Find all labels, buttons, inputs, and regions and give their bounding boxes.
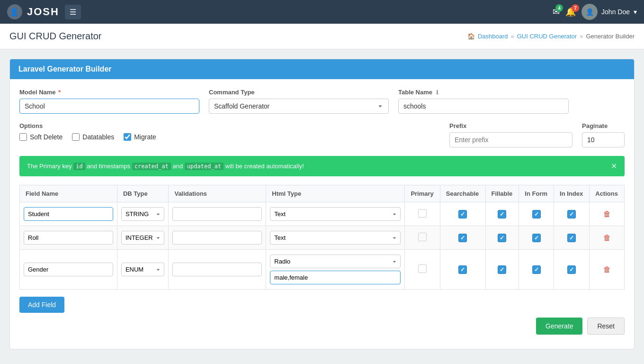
searchable-checkbox[interactable] — [458, 234, 467, 242]
db-type-select[interactable]: STRING INTEGER TEXT ENUM — [121, 263, 165, 276]
alert-close-button[interactable]: ✕ — [611, 162, 617, 171]
html-type-select[interactable]: Text Textarea Select Radio — [270, 207, 401, 221]
alert-code-id: id — [73, 163, 85, 170]
breadcrumb-dashboard[interactable]: Dashboard — [478, 33, 508, 40]
fillable-cell — [485, 226, 519, 250]
db-type-cell: STRING INTEGER TEXT ENUM — [117, 250, 169, 290]
fillable-cell — [485, 250, 519, 290]
prefix-input[interactable] — [449, 132, 572, 147]
field-name-input[interactable] — [24, 207, 113, 221]
primary-checkbox[interactable] — [418, 209, 427, 218]
brand: 👤 JOSH — [7, 4, 59, 19]
delete-row-button[interactable]: 🗑 — [603, 210, 611, 218]
primary-checkbox[interactable] — [418, 264, 427, 273]
datatables-checkbox-item[interactable]: Datatables — [72, 133, 114, 141]
required-asterisk: * — [58, 89, 61, 96]
navbar: 👤 JOSH ☰ ✉ 4 🔔 7 👤 John Doe ▾ — [0, 0, 644, 24]
datatables-checkbox[interactable] — [72, 133, 80, 141]
soft-delete-checkbox-item[interactable]: Soft Delete — [19, 133, 63, 141]
main-content: Laravel Generator Builder Model Name * C… — [0, 49, 644, 364]
html-type-cell: Text Textarea Select Radio — [266, 202, 405, 226]
in-form-checkbox[interactable] — [532, 210, 541, 218]
paginate-label: Paginate — [582, 122, 625, 129]
actions-cell: 🗑 — [590, 202, 625, 226]
enum-values-input[interactable] — [270, 271, 401, 284]
field-name-input[interactable] — [24, 263, 113, 276]
options-label: Options — [19, 122, 159, 129]
breadcrumb-sep-2: » — [580, 33, 583, 40]
db-type-select[interactable]: STRING INTEGER TEXT ENUM — [121, 207, 165, 221]
user-name: John Doe — [601, 8, 630, 16]
validations-input[interactable] — [172, 207, 262, 221]
migrate-checkbox-item[interactable]: Migrate — [124, 133, 156, 141]
table-row: STRING INTEGER TEXT ENUM Text — [20, 250, 625, 290]
field-name-cell — [20, 202, 117, 226]
command-type-group: Command Type Scaffold Generator CRUD Gen… — [209, 89, 389, 114]
primary-cell — [405, 226, 440, 250]
model-name-label: Model Name * — [19, 89, 199, 96]
options-section: Options Soft Delete Datatables Migrat — [19, 122, 166, 141]
breadcrumb: 🏠 Dashboard » GUI CRUD Generator » Gener… — [467, 33, 635, 40]
field-name-cell — [20, 226, 117, 250]
in-index-checkbox[interactable] — [567, 234, 576, 242]
fillable-checkbox[interactable] — [498, 234, 506, 242]
reset-button[interactable]: Reset — [587, 318, 625, 335]
col-html-type: Html Type — [266, 185, 405, 202]
alert-text: The Primary key id and timestamps create… — [27, 163, 304, 170]
col-db-type: DB Type — [117, 185, 169, 202]
add-field-button[interactable]: Add Field — [19, 297, 64, 313]
breadcrumb-sep-1: » — [510, 33, 514, 40]
fillable-checkbox[interactable] — [498, 265, 506, 274]
navbar-right: ✉ 4 🔔 7 👤 John Doe ▾ — [553, 4, 637, 20]
migrate-checkbox[interactable] — [124, 133, 131, 141]
field-name-cell — [20, 250, 117, 290]
delete-row-button[interactable]: 🗑 — [603, 265, 611, 274]
migrate-label: Migrate — [134, 133, 156, 141]
db-type-cell: STRING INTEGER TEXT ENUM — [117, 202, 169, 226]
command-type-select[interactable]: Scaffold Generator CRUD Generator API Ge… — [209, 99, 389, 114]
card-header: Laravel Generator Builder — [10, 59, 634, 79]
db-type-cell: STRING INTEGER TEXT ENUM — [117, 226, 169, 250]
actions-cell: 🗑 — [590, 226, 625, 250]
table-name-input[interactable] — [398, 99, 569, 114]
in-form-checkbox[interactable] — [532, 265, 541, 274]
generator-card: Laravel Generator Builder Model Name * C… — [9, 59, 635, 349]
user-menu[interactable]: 👤 John Doe ▾ — [581, 4, 637, 20]
paginate-input[interactable] — [582, 132, 625, 147]
field-name-input[interactable] — [24, 231, 113, 245]
breadcrumb-gui-crud[interactable]: GUI CRUD Generator — [517, 33, 577, 40]
db-type-select[interactable]: STRING INTEGER TEXT ENUM — [121, 231, 165, 245]
delete-row-button[interactable]: 🗑 — [603, 234, 611, 242]
page-title: GUI CRUD Generator — [9, 31, 102, 42]
mail-notification-button[interactable]: ✉ 4 — [553, 7, 560, 17]
in-form-cell — [519, 250, 554, 290]
searchable-checkbox[interactable] — [458, 210, 467, 218]
generate-button[interactable]: Generate — [536, 318, 582, 335]
in-form-cell — [519, 226, 554, 250]
validations-cell — [169, 202, 266, 226]
in-index-cell — [554, 250, 590, 290]
bell-badge: 7 — [572, 4, 579, 12]
col-actions: Actions — [590, 185, 625, 202]
nav-toggle-button[interactable]: ☰ — [65, 5, 81, 19]
user-dropdown-icon: ▾ — [634, 8, 637, 16]
model-name-input[interactable] — [19, 99, 199, 114]
validations-input[interactable] — [172, 231, 262, 245]
avatar: 👤 — [581, 4, 598, 20]
fillable-checkbox[interactable] — [498, 210, 506, 218]
bell-notification-button[interactable]: 🔔 7 — [565, 7, 576, 17]
soft-delete-checkbox[interactable] — [19, 133, 27, 141]
searchable-checkbox[interactable] — [458, 265, 467, 274]
table-header-row: Field Name DB Type Validations Html Type… — [20, 185, 625, 202]
in-index-cell — [554, 202, 590, 226]
in-index-checkbox[interactable] — [567, 265, 576, 274]
searchable-cell — [440, 250, 485, 290]
col-field-name: Field Name — [20, 185, 117, 202]
card-body: Model Name * Command Type Scaffold Gener… — [10, 79, 634, 349]
in-form-checkbox[interactable] — [532, 234, 541, 242]
html-type-select[interactable]: Text Textarea Select Radio — [270, 255, 401, 268]
in-index-checkbox[interactable] — [567, 210, 576, 218]
html-type-select[interactable]: Text Textarea Select Radio — [270, 231, 401, 245]
primary-checkbox[interactable] — [418, 233, 427, 241]
validations-input[interactable] — [172, 263, 262, 276]
